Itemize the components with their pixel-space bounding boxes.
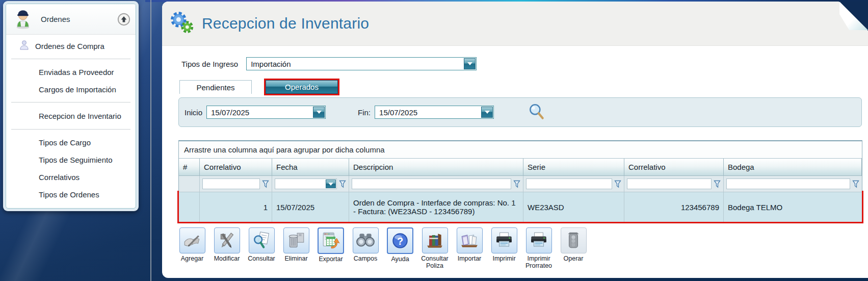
filter-cell-bodega xyxy=(724,176,862,192)
import-folder-icon xyxy=(457,227,483,253)
consultar-poliza-button[interactable]: Consultar Poliza xyxy=(419,227,451,270)
table-row[interactable]: 1 15/07/2025 Orden de Compra - Interface… xyxy=(179,192,862,222)
filter-input-correlativo-2[interactable] xyxy=(627,178,712,189)
imprimir-button[interactable]: Imprimir xyxy=(488,227,520,270)
column-header-fecha[interactable]: Fecha xyxy=(272,159,349,176)
filter-date-select[interactable] xyxy=(275,178,337,189)
importar-button[interactable]: Importar xyxy=(454,227,485,270)
sidebar-container: Ordenes Ordenes de Compra Enviadas a Pro… xyxy=(3,1,139,211)
magnifier-document-icon xyxy=(249,227,275,253)
row-cell-serie: WE23ASD xyxy=(523,192,624,222)
exportar-button[interactable]: Exportar xyxy=(315,227,347,270)
filter-funnel-icon[interactable] xyxy=(339,180,346,188)
filter-funnel-icon[interactable] xyxy=(513,180,520,188)
column-header-bodega[interactable]: Bodega xyxy=(724,159,862,176)
date-filter-panel: Inicio 15/07/2025 Fin: 15/07/2025 xyxy=(178,97,862,127)
imprimir-prorrateo-button[interactable]: Imprimir Prorrateo xyxy=(523,227,555,270)
sidebar-item-recepcion-de-inventario[interactable]: Recepcion de Inventario xyxy=(6,104,136,127)
eliminar-button[interactable]: Eliminar xyxy=(280,227,312,270)
grid-filter-row xyxy=(179,176,862,192)
fin-date-select[interactable]: 15/07/2025 xyxy=(375,106,494,119)
svg-text:?: ? xyxy=(397,236,403,247)
filter-funnel-icon[interactable] xyxy=(614,180,621,188)
dropdown-arrow-icon[interactable] xyxy=(326,180,336,188)
page-content: Tipos de Ingreso Importación Pendientes … xyxy=(162,46,868,270)
row-cell-descripcion: Orden de Compra - Interface de compras: … xyxy=(349,192,523,222)
column-header-correlativo-2[interactable]: Correlativo xyxy=(624,159,724,176)
export-spreadsheet-icon xyxy=(318,227,344,254)
modificar-button[interactable]: Modificar xyxy=(211,227,243,270)
tab-operados[interactable]: Operados xyxy=(266,80,338,94)
search-button[interactable] xyxy=(528,103,546,122)
app-window: Ordenes Ordenes de Compra Enviadas a Pro… xyxy=(0,0,868,281)
sidebar-item-label: Ordenes de Compra xyxy=(35,42,104,50)
toolbar: Agregar Modificar Consultar xyxy=(176,227,868,270)
ayuda-button[interactable]: ? Ayuda xyxy=(384,227,416,270)
row-cell-bodega: Bodega TELMO xyxy=(724,192,862,222)
filter-input-descripcion[interactable] xyxy=(352,178,511,189)
fin-date-value: 15/07/2025 xyxy=(375,108,481,117)
campos-button[interactable]: Campos xyxy=(350,227,381,270)
grid-header-row: # Correlativo Fecha Descripcion Serie Co… xyxy=(179,159,862,176)
agregar-button[interactable]: Agregar xyxy=(176,227,208,270)
sidebar-item-enviadas-a-proveedor[interactable]: Enviadas a Proveedor xyxy=(6,63,136,81)
main-panel: Recepcion de Inventario Tipos de Ingreso… xyxy=(162,2,868,278)
filter-input-correlativo[interactable] xyxy=(202,178,260,189)
filter-funnel-icon[interactable] xyxy=(714,180,721,188)
group-by-bar[interactable]: Arrastre una columna aquí para agrupar p… xyxy=(179,141,862,159)
traffic-light-icon xyxy=(561,227,587,253)
filter-cell-correlativo-2 xyxy=(624,176,724,192)
sidebar-item-cargos-de-importacion[interactable]: Cargos de Importación xyxy=(6,81,136,98)
user-avatar-icon xyxy=(13,8,33,31)
sidebar-item-tipos-de-ordenes[interactable]: Tipos de Ordenes xyxy=(6,186,136,203)
tab-bar: Pendientes Operados xyxy=(179,80,868,94)
sidebar: Ordenes Ordenes de Compra Enviadas a Pro… xyxy=(6,4,136,209)
column-header-serie[interactable]: Serie xyxy=(523,159,624,176)
search-icon xyxy=(528,103,546,121)
sidebar-item-tipos-de-seguimiento[interactable]: Tipos de Seguimiento xyxy=(6,151,136,168)
printer-icon xyxy=(491,227,517,253)
binoculars-icon xyxy=(353,227,379,253)
tab-pendientes[interactable]: Pendientes xyxy=(179,80,252,94)
sidebar-divider xyxy=(11,102,130,103)
data-grid: Arrastre una columna aquí para agrupar p… xyxy=(178,140,862,222)
pencils-icon xyxy=(214,227,240,253)
consultar-button[interactable]: Consultar xyxy=(246,227,277,270)
gears-icon xyxy=(168,11,195,36)
add-notebook-icon xyxy=(179,227,205,253)
filter-cell-serie xyxy=(523,176,624,192)
filter-funnel-icon[interactable] xyxy=(262,180,269,188)
sidebar-title: Ordenes xyxy=(41,15,117,23)
tipos-de-ingreso-label: Tipos de Ingreso xyxy=(181,60,238,68)
filter-funnel-icon[interactable] xyxy=(852,180,859,188)
filter-cell-num xyxy=(179,176,200,192)
sidebar-divider xyxy=(11,129,130,130)
filter-input-serie[interactable] xyxy=(526,178,612,189)
person-small-icon xyxy=(19,40,29,52)
row-cell-num xyxy=(179,192,200,222)
help-question-icon: ? xyxy=(387,227,413,254)
dropdown-arrow-icon[interactable] xyxy=(481,107,493,118)
sidebar-item-tipos-de-cargo[interactable]: Tipos de Cargo xyxy=(6,134,136,151)
tipos-de-ingreso-value: Importación xyxy=(247,60,464,68)
operar-button[interactable]: Operar xyxy=(558,227,589,270)
inicio-date-select[interactable]: 15/07/2025 xyxy=(206,106,326,119)
filter-input-bodega[interactable] xyxy=(726,178,850,189)
collapse-sidebar-button[interactable] xyxy=(117,13,130,26)
column-header-correlativo[interactable]: Correlativo xyxy=(200,159,272,176)
sidebar-item-correlativos[interactable]: Correlativos xyxy=(6,168,136,186)
column-header-num[interactable]: # xyxy=(179,159,200,176)
printer-icon xyxy=(526,227,552,253)
row-cell-correlativo-2: 123456789 xyxy=(624,192,724,222)
row-cell-fecha: 15/07/2025 xyxy=(272,192,349,222)
inicio-label: Inicio xyxy=(185,108,202,117)
page-header: Recepcion de Inventario xyxy=(162,2,868,46)
inicio-date-value: 15/07/2025 xyxy=(207,108,313,117)
tipos-de-ingreso-select[interactable]: Importación xyxy=(246,57,477,70)
tipos-de-ingreso-row: Tipos de Ingreso Importación xyxy=(181,57,868,70)
column-header-descripcion[interactable]: Descripcion xyxy=(349,159,523,176)
dropdown-arrow-icon[interactable] xyxy=(464,58,476,69)
sidebar-item-ordenes-de-compra[interactable]: Ordenes de Compra xyxy=(6,35,136,57)
sidebar-header: Ordenes xyxy=(6,4,136,35)
dropdown-arrow-icon[interactable] xyxy=(313,107,325,118)
